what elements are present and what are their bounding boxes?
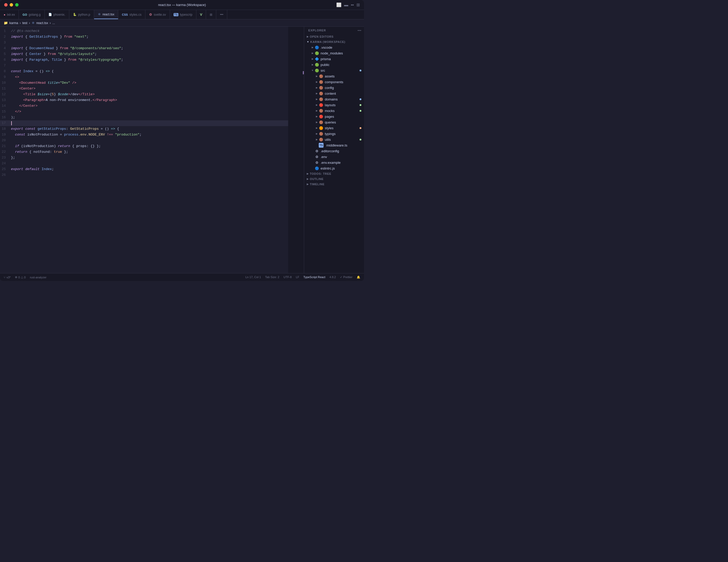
tree-item-prisma[interactable]: ▶ 🔷 prisma: [304, 56, 364, 62]
bell-icon[interactable]: 🔔: [357, 275, 360, 279]
breadcrumb-sep2: ›: [29, 21, 30, 25]
line-content: [11, 120, 285, 126]
minimize-button[interactable]: [10, 3, 13, 7]
tree-label: .env.example: [321, 161, 340, 164]
chevron-right-icon: ▶: [310, 57, 315, 61]
line-content: };: [11, 155, 285, 161]
todos-section[interactable]: ▶ TODOS: TREE: [304, 171, 364, 176]
code-editor[interactable]: 1 // @ts-nocheck 2 import { GetStaticPro…: [0, 27, 288, 273]
layout-icon-4[interactable]: ⊞: [356, 2, 360, 7]
tab-v[interactable]: V: [196, 10, 206, 19]
tree-item-config[interactable]: ▶ 🟤 config: [304, 85, 364, 90]
tab-python[interactable]: 🐍 python.p: [69, 10, 94, 19]
tree-item-vscode[interactable]: ▶ 🔵 .vscode: [304, 44, 364, 50]
statusbar: ⑂ v3* ⊗ 0 △ 0 rust-analyzer Ln 17, Col 1…: [0, 273, 364, 281]
css-icon: CSS: [122, 13, 128, 16]
tree-item-pages[interactable]: ▶ 🔴 pages: [304, 113, 364, 119]
eslint-icon: 🔵: [315, 166, 319, 170]
tree-item-content[interactable]: ▶ 🟤 content: [304, 90, 364, 96]
chevron-right-icon: ▶: [315, 120, 319, 124]
open-editors-section[interactable]: ▶ OPEN EDITORS: [304, 34, 364, 39]
tree-item-domains[interactable]: ▶ 🟤 domains: [304, 96, 364, 102]
code-line-14: 14 </Center>: [0, 103, 288, 109]
breadcrumb-karma[interactable]: karma: [9, 21, 18, 25]
tree-item-components[interactable]: ▶ 🟤 components: [304, 79, 364, 85]
tab-label: svelte.sv: [154, 13, 166, 16]
content-icon: 🟤: [319, 91, 323, 96]
breadcrumb-test[interactable]: test: [22, 21, 27, 25]
tree-label: prisma: [321, 57, 331, 61]
timeline-section[interactable]: ▶ TIMELINE: [304, 181, 364, 187]
tab-react[interactable]: ⚛ react.tsx: [94, 10, 118, 19]
tree-item-env-example[interactable]: ⚙ .env.example: [304, 160, 364, 165]
layout-icon-1[interactable]: ⬜: [336, 2, 342, 7]
tree-item-utils[interactable]: ▶ 🟤 utils: [304, 136, 364, 142]
tab-more[interactable]: •••: [216, 10, 227, 19]
chevron-right-icon: ▶: [310, 51, 315, 55]
tab-size-status[interactable]: Tab Size: 2: [265, 275, 279, 279]
breadcrumb-more[interactable]: ...: [52, 21, 55, 25]
line-content: </>: [11, 109, 285, 115]
workspace-section[interactable]: ▼ KARMA (WORKSPACE): [304, 39, 364, 44]
tree-item-src[interactable]: ▼ 🟢 src: [304, 67, 364, 73]
tree-item-node-modules[interactable]: ▶ 🟢 node_modules: [304, 50, 364, 56]
tree-label: mocks: [325, 109, 335, 113]
code-line-6: 6 import { Paragraph, Title } from "@/st…: [0, 57, 288, 63]
tree-item-typings[interactable]: ▶ 🟤 typings: [304, 131, 364, 136]
tree-item-editorconfig[interactable]: ⚙ .editorconfig: [304, 148, 364, 154]
breadcrumb-file[interactable]: react.tsx: [36, 21, 48, 25]
tree-item-queries[interactable]: ▶ 🟤 queries: [304, 119, 364, 125]
tree-item-env[interactable]: ⚙ .env: [304, 154, 364, 160]
chevron-right-icon: ▶: [315, 91, 319, 95]
tab-label: phoenix.: [54, 13, 65, 16]
line-content: import { GetStaticProps } from "next";: [11, 34, 285, 40]
assets-icon: 🟤: [319, 74, 323, 78]
code-line-9: 9 <>: [0, 74, 288, 80]
env-icon: ⚙: [315, 154, 319, 159]
tree-item-public[interactable]: ▶ 🟢 public: [304, 62, 364, 67]
tree-item-mocks[interactable]: ▶ 🟤 mocks: [304, 108, 364, 113]
tab-layout-toggle[interactable]: ⊞: [206, 10, 216, 19]
tree-item-middleware[interactable]: TS middleware.ts: [304, 142, 364, 148]
language-status[interactable]: TypeScript React: [303, 275, 325, 279]
typings-icon: 🟤: [319, 131, 323, 136]
errors-status[interactable]: ⊗ 0 △ 0: [15, 275, 26, 279]
tab-label: typescrip: [180, 13, 192, 16]
chevron-right-icon: ▶: [315, 126, 319, 130]
modified-dot: [360, 110, 361, 112]
position-status[interactable]: Ln 17, Col 1: [245, 275, 261, 279]
outline-section[interactable]: ▶ OUTLINE: [304, 176, 364, 181]
chevron-right-icon: ▶: [315, 74, 319, 78]
tab-svelte[interactable]: ⚙ svelte.sv: [145, 10, 170, 19]
tree-item-eslintrc[interactable]: 🔵 eslintrc.js: [304, 165, 364, 171]
git-status[interactable]: ⑂ v3*: [4, 276, 11, 279]
code-line-19: 19 const isNotProduction = process.env.N…: [0, 132, 288, 138]
line-number: 6: [0, 57, 11, 63]
layout-icon-3[interactable]: ▪▪: [351, 3, 354, 7]
tree-item-styles[interactable]: ▶ 🟠 styles: [304, 125, 364, 131]
tab-golang[interactable]: GO golang.g: [19, 10, 44, 19]
line-content: [11, 172, 285, 178]
tab-phoenix[interactable]: 📄 phoenix.: [45, 10, 69, 19]
encoding-status[interactable]: UTF-8: [283, 275, 292, 279]
tab-styles[interactable]: CSS styles.cs: [118, 10, 145, 19]
formatter-status[interactable]: ✓ Prettier: [340, 275, 352, 279]
version-status[interactable]: 4.8.2: [329, 275, 336, 279]
editorconfig-icon: ⚙: [315, 149, 319, 153]
tree-item-assets[interactable]: ▶ 🟤 assets: [304, 73, 364, 79]
line-ending-status[interactable]: LF: [296, 275, 299, 279]
code-line-3: 3: [0, 40, 288, 45]
tree-item-layouts[interactable]: ▶ 🔴 layouts: [304, 102, 364, 108]
layout-icon-2[interactable]: ▬: [344, 3, 348, 7]
line-content: <DocumentHead title="Dev" />: [11, 80, 285, 86]
titlebar-icons: ⬜ ▬ ▪▪ ⊞: [336, 2, 360, 7]
tab-typescript[interactable]: TS typescrip: [170, 10, 196, 19]
line-number: 15: [0, 109, 11, 115]
tab-elixir[interactable]: ● ixir.ex: [0, 10, 19, 19]
close-button[interactable]: [4, 3, 8, 7]
minimap[interactable]: [288, 27, 304, 273]
rust-analyzer-status[interactable]: rust-analyzer: [30, 276, 47, 279]
maximize-button[interactable]: [15, 3, 19, 7]
sidebar-more-icon[interactable]: •••: [358, 29, 361, 32]
chevron-right-icon: ▶: [307, 183, 309, 185]
